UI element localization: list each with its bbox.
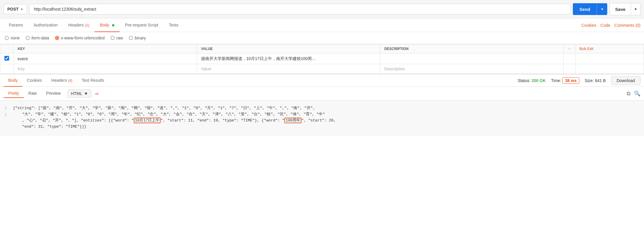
format-chevron-icon: ▼ <box>84 91 88 96</box>
fmt-tab-raw[interactable]: Raw <box>24 89 41 98</box>
empty-desc-input[interactable] <box>384 66 559 71</box>
request-tabs: Params Authorization Headers (1) Body Pr… <box>0 19 644 32</box>
tabs-right: Cookies Code Comments (0) <box>581 23 640 28</box>
code-link[interactable]: Code <box>600 23 610 28</box>
th-checkbox <box>0 44 14 54</box>
save-button[interactable]: Save ▼ <box>610 3 640 15</box>
highlight-1: 10月17日上午 <box>134 118 161 123</box>
empty-value-input[interactable] <box>201 66 376 71</box>
save-arrow-icon[interactable]: ▼ <box>631 4 640 14</box>
format-select[interactable]: HTML ▼ <box>68 89 91 98</box>
tab-authorization[interactable]: Authorization <box>28 19 63 32</box>
row-bulk-cell <box>575 54 644 64</box>
body-options: none form-data x-www-form-urlencoded raw… <box>0 32 644 44</box>
code-content-1: {"string": ["据", "南", "开", "大", "学", "新"… <box>13 105 639 111</box>
code-line-3: , "心", "召", "开", "。"], "entities": [{"wo… <box>5 118 639 124</box>
tab-prerequest[interactable]: Pre-request Script <box>120 19 163 32</box>
option-urlencoded[interactable]: x-www-form-urlencoded <box>55 36 105 40</box>
radio-binary <box>129 36 133 40</box>
download-button[interactable]: Download <box>611 76 640 85</box>
wrap-icon[interactable]: ⇒ <box>95 91 99 96</box>
code-content-4: "end": 31, "type": "TIME"}]} <box>13 124 639 130</box>
fmt-tab-preview[interactable]: Preview <box>41 89 66 98</box>
th-more: ··· <box>563 44 575 54</box>
response-tabs-bar: Body Cookies Headers (4) Test Results St… <box>0 74 644 87</box>
send-button[interactable]: Send ▼ <box>573 3 607 15</box>
th-bulk-edit[interactable]: Bulk Edit <box>575 44 644 54</box>
resp-tab-headers[interactable]: Headers (4) <box>47 74 77 87</box>
status-value: 200 OK <box>532 78 546 83</box>
option-form-data[interactable]: form-data <box>26 36 49 40</box>
send-arrow-icon[interactable]: ▼ <box>597 4 607 14</box>
tab-params[interactable]: Params <box>4 19 28 32</box>
radio-none <box>5 36 9 40</box>
response-section: Body Cookies Headers (4) Test Results St… <box>0 74 644 136</box>
th-description: DESCRIPTION <box>380 44 564 54</box>
empty-value-cell <box>197 64 380 74</box>
label-none: none <box>11 36 20 40</box>
row-value-cell <box>197 54 380 64</box>
row-checkbox[interactable] <box>4 56 9 61</box>
th-key: KEY <box>14 44 197 54</box>
format-value: HTML <box>71 91 82 96</box>
table-row <box>0 54 644 64</box>
code-line-2: i "大", "学", "建", "校", "1", "0", "0", "周"… <box>5 111 639 118</box>
row-more-cell <box>563 54 575 64</box>
size-label: Size: 641 B <box>585 78 606 83</box>
form-table: KEY VALUE DESCRIPTION ··· Bulk Edit <box>0 44 644 74</box>
top-bar: POST ▼ Send ▼ Save ▼ <box>0 0 644 19</box>
line-num-3 <box>5 118 13 124</box>
info-icon: i <box>5 111 13 118</box>
comments-link[interactable]: Comments (0) <box>614 23 640 28</box>
empty-checkbox-cell <box>0 64 14 74</box>
radio-raw <box>111 36 115 40</box>
label-urlencoded: x-www-form-urlencoded <box>61 36 105 40</box>
time-value: 38 ms <box>562 77 579 84</box>
resp-tab-cookies[interactable]: Cookies <box>22 74 47 87</box>
copy-icon[interactable]: ⧉ <box>627 90 630 97</box>
save-label: Save <box>610 4 631 15</box>
body-dot <box>112 24 114 26</box>
option-binary[interactable]: binary <box>129 36 146 40</box>
resp-tab-body[interactable]: Body <box>4 74 22 87</box>
resp-tab-test-results[interactable]: Test Results <box>77 74 109 87</box>
empty-desc-cell <box>380 64 564 74</box>
row-desc-input[interactable] <box>384 56 559 61</box>
row-key-input[interactable] <box>18 56 193 61</box>
line-num-4 <box>5 124 13 130</box>
empty-key-cell <box>14 64 197 74</box>
tab-headers[interactable]: Headers (1) <box>63 19 94 32</box>
radio-urlencoded <box>55 36 59 40</box>
size-value: 641 B <box>595 78 606 83</box>
tab-tests[interactable]: Tests <box>163 19 184 32</box>
tab-body[interactable]: Body <box>94 19 120 32</box>
code-line-1: 1 {"string": ["据", "南", "开", "大", "学", "… <box>5 105 639 111</box>
method-chevron-icon: ▼ <box>20 8 23 11</box>
row-value-input[interactable] <box>201 56 376 61</box>
label-binary: binary <box>135 36 146 40</box>
format-bar-right: ⧉ 🔍 <box>627 90 640 97</box>
cookies-link[interactable]: Cookies <box>581 23 596 28</box>
empty-bulk-cell <box>575 64 644 74</box>
status-label: Status: 200 OK <box>518 78 546 83</box>
option-raw[interactable]: raw <box>111 36 123 40</box>
url-input[interactable] <box>29 4 570 14</box>
radio-form-data <box>26 36 30 40</box>
format-bar: Pretty Raw Preview HTML ▼ ⇒ ⧉ 🔍 <box>0 87 644 101</box>
search-icon[interactable]: 🔍 <box>634 90 640 97</box>
code-area: 1 {"string": ["据", "南", "开", "大", "学", "… <box>0 101 644 136</box>
send-label: Send <box>573 4 597 15</box>
method-select[interactable]: POST ▼ <box>4 4 27 14</box>
th-value: VALUE <box>197 44 380 54</box>
highlight-2: 100周年 <box>284 118 301 123</box>
fmt-tab-pretty[interactable]: Pretty <box>4 89 24 98</box>
method-label: POST <box>7 7 19 11</box>
code-content-2: "大", "学", "建", "校", "1", "0", "0", "周", … <box>13 111 639 118</box>
row-key-cell <box>14 54 197 64</box>
code-line-4: "end": 31, "type": "TIME"}]} <box>5 124 639 130</box>
row-desc-cell <box>380 54 564 64</box>
empty-key-input[interactable] <box>18 66 193 71</box>
empty-more-cell <box>563 64 575 74</box>
option-none[interactable]: none <box>5 36 20 40</box>
label-raw: raw <box>116 36 123 40</box>
